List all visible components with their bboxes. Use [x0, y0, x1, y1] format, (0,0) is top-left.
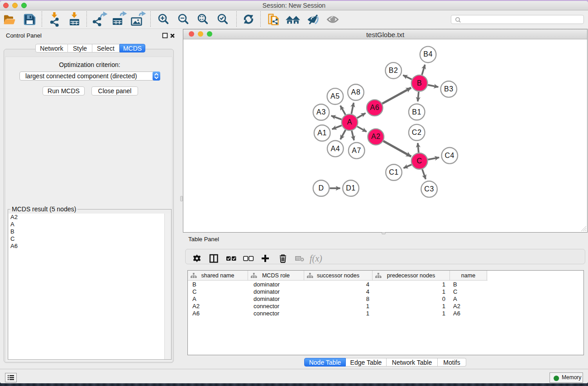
- svg-text:B4: B4: [423, 50, 433, 58]
- svg-text:D1: D1: [346, 184, 356, 192]
- svg-text:A4: A4: [330, 145, 340, 152]
- svg-text:A7: A7: [352, 147, 361, 154]
- svg-text:A1: A1: [317, 129, 327, 137]
- svg-text:C4: C4: [445, 152, 454, 159]
- svg-text:A6: A6: [370, 104, 379, 111]
- svg-text:C1: C1: [389, 168, 399, 176]
- svg-text:C: C: [417, 157, 422, 165]
- svg-text:B1: B1: [412, 108, 421, 116]
- svg-text:f(x): f(x): [310, 253, 322, 264]
- svg-text:A2: A2: [371, 133, 381, 140]
- svg-text:B3: B3: [444, 85, 454, 93]
- svg-text:A8: A8: [351, 88, 361, 96]
- svg-text:A5: A5: [330, 92, 340, 100]
- svg-text:B2: B2: [389, 67, 398, 74]
- svg-text:A: A: [347, 118, 352, 126]
- svg-text:C2: C2: [412, 129, 422, 136]
- svg-text:A3: A3: [316, 108, 326, 116]
- svg-text:C3: C3: [424, 185, 434, 193]
- svg-text:B: B: [417, 79, 422, 87]
- svg-text:D: D: [318, 184, 324, 192]
